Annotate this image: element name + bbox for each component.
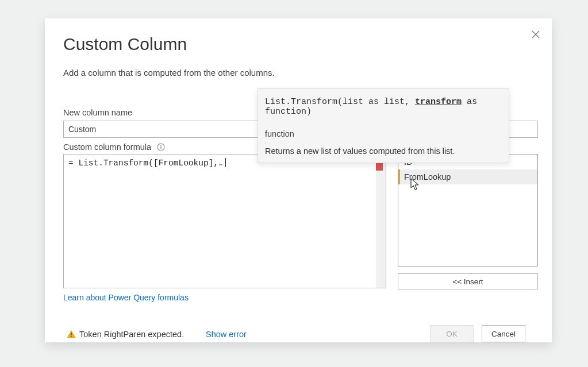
tooltip-type: function xyxy=(265,129,502,138)
insert-button[interactable]: << Insert xyxy=(398,273,538,289)
intellisense-tooltip: List.Transform(list as list, transform a… xyxy=(258,88,509,163)
formula-label: Custom column formula xyxy=(63,142,165,152)
dialog-subtitle: Add a column that is computed from the o… xyxy=(63,68,552,78)
column-item-fromlookup[interactable]: FromLookup xyxy=(398,169,537,184)
svg-rect-6 xyxy=(71,333,72,335)
available-columns-list: ID FromLookup xyxy=(398,154,538,266)
svg-rect-7 xyxy=(71,336,72,337)
ok-button-label: OK xyxy=(446,330,458,338)
info-icon[interactable] xyxy=(157,143,165,151)
formula-label-text: Custom column formula xyxy=(63,142,151,152)
formula-content: = List.Transform([FromLookup],˷ xyxy=(68,159,226,168)
ok-button: OK xyxy=(430,325,474,342)
error-squiggle: ˷ xyxy=(218,156,223,166)
show-error-link[interactable]: Show error xyxy=(206,330,247,339)
svg-point-3 xyxy=(160,145,162,146)
scrollbar-track[interactable] xyxy=(376,154,386,288)
svg-rect-4 xyxy=(160,146,161,149)
new-column-name-label: New column name xyxy=(63,108,132,117)
validation-message: Token RightParen expected. xyxy=(79,330,184,339)
dialog-title: Custom Column xyxy=(63,34,552,54)
warning-icon xyxy=(67,330,76,339)
insert-button-label: << Insert xyxy=(452,277,483,286)
cancel-button-label: Cancel xyxy=(491,330,516,338)
tooltip-signature: List.Transform(list as list, transform a… xyxy=(265,97,502,117)
close-icon[interactable] xyxy=(529,28,543,41)
tooltip-description: Returns a new list of values computed fr… xyxy=(265,146,502,156)
custom-column-dialog: Custom Column Add a column that is compu… xyxy=(45,18,552,342)
learn-link[interactable]: Learn about Power Query formulas xyxy=(63,293,189,302)
formula-editor[interactable]: = List.Transform([FromLookup],˷ xyxy=(63,154,386,288)
cancel-button[interactable]: Cancel xyxy=(482,325,525,342)
